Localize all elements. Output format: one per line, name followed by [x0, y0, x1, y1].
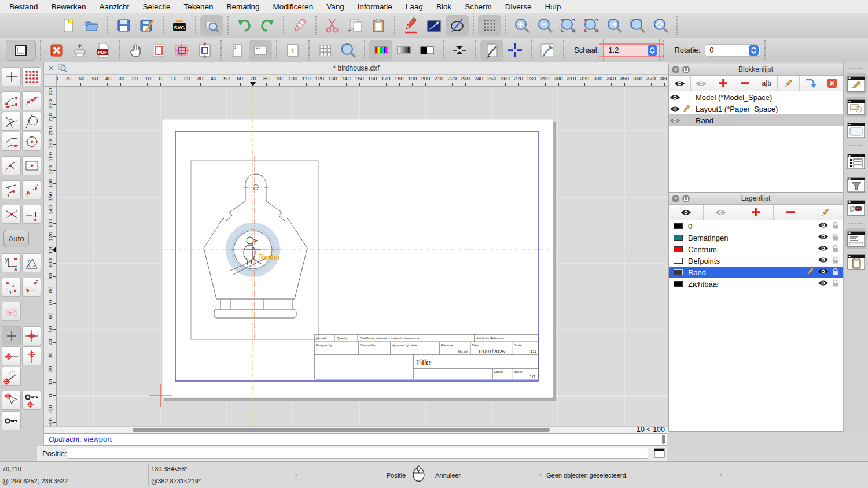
layer-lock-icon[interactable]	[832, 256, 839, 266]
layer-row[interactable]: 0	[669, 220, 843, 232]
toggle-selection-filter-button[interactable]	[845, 174, 867, 195]
save-file-as-button[interactable]	[135, 15, 159, 36]
save-file-button[interactable]	[112, 15, 135, 36]
snap-manual-button[interactable]: !	[22, 205, 41, 224]
block-edit-icon[interactable]	[681, 105, 692, 113]
remove-layer-button[interactable]	[774, 205, 808, 220]
spread-pages-button[interactable]	[448, 40, 471, 61]
zoom-selection-button[interactable]	[580, 15, 603, 36]
menu-selectie[interactable]: Selectie	[142, 2, 170, 11]
hide-all-layers-button[interactable]	[704, 205, 738, 220]
print-preview-button[interactable]	[200, 15, 223, 36]
dot-grid-button[interactable]	[478, 15, 501, 36]
snap-restrict-2-button[interactable]: 12	[22, 180, 41, 199]
menu-bemating[interactable]: Bemating	[226, 2, 259, 11]
purge-blocks-button[interactable]	[821, 76, 843, 91]
menu-blok[interactable]: Blok	[436, 2, 451, 11]
rotation-select[interactable]: 0	[705, 44, 760, 57]
snap-nearest-button[interactable]	[2, 132, 21, 151]
layer-row[interactable]: Bematingen	[669, 232, 843, 243]
coord-polar-relative-button[interactable]: 12	[22, 278, 41, 297]
layer-lock-icon[interactable]	[832, 268, 839, 278]
menu-tekenen[interactable]: Tekenen	[183, 2, 213, 11]
layer-edit-icon[interactable]	[806, 267, 815, 278]
menu-scherm[interactable]: Scherm	[465, 2, 492, 11]
print-button[interactable]	[68, 40, 91, 61]
block-visibility-icon[interactable]	[669, 105, 681, 113]
layer-visibility-icon[interactable]	[818, 256, 829, 265]
add-block-button[interactable]	[712, 76, 734, 91]
layer-visibility-icon[interactable]	[818, 268, 829, 277]
menu-bestand[interactable]: Bestand	[9, 2, 38, 11]
edit-layer-button[interactable]	[808, 205, 843, 220]
layer-lock-icon[interactable]	[832, 279, 839, 289]
toggle-block-list-button[interactable]	[845, 97, 867, 117]
ellipse-tool-button[interactable]	[446, 15, 469, 36]
snap-on-entity-button[interactable]	[22, 91, 41, 110]
open-file-button[interactable]	[80, 15, 103, 36]
layer-row[interactable]: Zichtbaar	[669, 278, 843, 290]
insert-block-button[interactable]	[800, 76, 822, 91]
coord-cartesian-button[interactable]: yx	[2, 253, 21, 272]
close-panel-icon[interactable]: ✕	[672, 66, 679, 73]
menu-hulp[interactable]: Hulp	[545, 2, 561, 11]
restrict-off-button[interactable]	[2, 326, 21, 345]
blackwhite-mode-button[interactable]	[415, 40, 439, 61]
paste-button[interactable]	[367, 15, 390, 36]
cursor-snap-button[interactable]	[2, 391, 21, 410]
pdf-export-button[interactable]: PDF	[91, 40, 115, 61]
stepper-icon[interactable]	[648, 45, 657, 56]
layer-visibility-icon[interactable]	[818, 221, 829, 231]
block-row[interactable]: Model (*Model_Space)	[669, 91, 843, 103]
menu-diverse[interactable]: Diverse	[505, 2, 532, 11]
menu-aanzicht[interactable]: Aanzicht	[100, 2, 130, 11]
drawing-canvas[interactable]: Item ref Quantity Title/Name, destinatio…	[57, 87, 668, 426]
menu-bewerken[interactable]: Bewerken	[52, 2, 86, 11]
crosshair-pointer-button[interactable]	[503, 40, 527, 61]
undo-button[interactable]	[233, 15, 256, 36]
page-number-button[interactable]: 1	[281, 40, 304, 61]
layer-visibility-icon[interactable]	[818, 233, 829, 242]
block-row[interactable]: Layout1 (*Paper_Space)	[669, 103, 843, 114]
grayscale-mode-button[interactable]	[392, 40, 415, 61]
show-all-blocks-button[interactable]	[669, 76, 691, 91]
copy-button[interactable]: +	[344, 15, 367, 36]
stepper-icon[interactable]	[749, 45, 759, 56]
zoom-out-button[interactable]	[534, 15, 557, 36]
zoom-pan-button[interactable]	[649, 15, 672, 36]
menu-informatie[interactable]: Informatie	[358, 2, 392, 11]
detach-panel-icon[interactable]	[682, 66, 690, 73]
snap-free-button[interactable]	[2, 67, 21, 86]
snap-center-button[interactable]	[22, 132, 41, 151]
scale-select[interactable]: 1:2	[604, 44, 659, 57]
viewport-overlay-button[interactable]	[170, 40, 193, 61]
toggle-view-projection-button[interactable]	[845, 197, 867, 218]
coord-relative-button[interactable]: 12	[2, 278, 21, 297]
snap-perpendicular-button[interactable]	[2, 112, 21, 131]
layer-lock-icon[interactable]	[832, 233, 839, 243]
history-scrollbar[interactable]	[662, 435, 665, 444]
application-preferences-button[interactable]	[536, 40, 559, 61]
restrict-vertical-button[interactable]	[22, 346, 41, 365]
snap-restrict-1-button[interactable]: 1	[2, 180, 21, 199]
restrict-orthogonal-button[interactable]	[22, 326, 41, 345]
drawing-preferences-button[interactable]	[480, 40, 503, 61]
command-history[interactable]: Opdracht: viewport	[44, 433, 667, 446]
angle-indicator-button[interactable]	[2, 367, 21, 386]
show-all-layers-button[interactable]	[669, 205, 704, 220]
remove-block-button[interactable]	[734, 76, 756, 91]
menu-modificeren[interactable]: Modificeren	[273, 2, 314, 11]
close-drawing-button[interactable]	[45, 40, 68, 61]
coord-polar-button[interactable]: ra	[22, 253, 41, 272]
page-landscape-button[interactable]	[249, 40, 272, 61]
svg-export-button[interactable]: SVG	[168, 15, 191, 36]
snap-endpoints-button[interactable]	[2, 91, 21, 110]
redo-button[interactable]	[256, 15, 279, 36]
page-portrait-button[interactable]	[226, 40, 249, 61]
layer-visibility-icon[interactable]	[818, 279, 829, 289]
cut-button[interactable]: +	[321, 15, 344, 36]
line-tool-button[interactable]	[422, 15, 446, 36]
layer-row[interactable]: Defpoints	[669, 255, 843, 267]
color-mode-button[interactable]	[369, 40, 392, 61]
toggle-layer-list-button[interactable]	[845, 151, 867, 172]
